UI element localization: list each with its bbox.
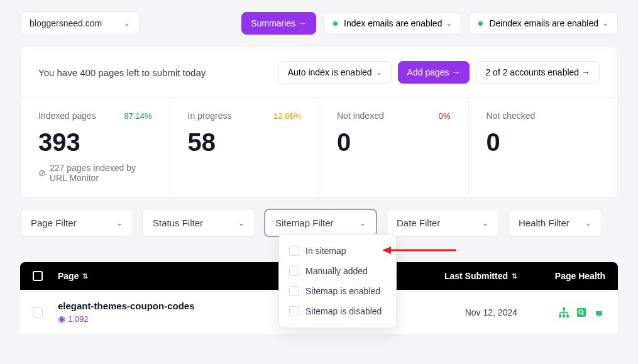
sitemap-icon [558, 306, 570, 319]
select-all-checkbox[interactable] [33, 271, 58, 281]
add-pages-button[interactable]: Add pages → [398, 61, 470, 84]
search-doc-icon [575, 306, 588, 319]
sitemap-filter[interactable]: Sitemap Filter ⌄ [264, 209, 377, 237]
checkbox-icon [289, 266, 299, 276]
sitemap-filter-dropdown: In sitemap Manually added Sitemap is ena… [278, 234, 397, 328]
stat-indexed: Indexed pages 87.14% 393 ⊘ 227 pages ind… [21, 98, 170, 197]
stat-label: Not indexed [337, 111, 384, 121]
chevron-down-icon: ⌄ [446, 19, 452, 28]
stat-label: In progress [188, 111, 232, 121]
column-page-health[interactable]: Page Health [530, 271, 605, 281]
chevron-down-icon: ⌄ [124, 19, 130, 28]
filter-option-sitemap-disabled[interactable]: Sitemap is disabled [279, 301, 396, 321]
domain-name: bloggersneed.com [30, 18, 102, 28]
stat-value: 0 [487, 128, 600, 157]
chevron-down-icon: ⌄ [238, 219, 245, 228]
stat-in-progress: In progress 12.86% 58 [170, 98, 320, 197]
chevron-down-icon: ⌄ [360, 219, 366, 228]
page-filter[interactable]: Page Filter ⌄ [20, 209, 133, 237]
row-checkbox[interactable] [33, 307, 58, 317]
status-dot-icon [478, 21, 483, 26]
checkbox-icon [289, 286, 299, 296]
pages-left-text: You have 400 pages left to submit today [38, 67, 206, 78]
svg-rect-3 [559, 315, 561, 317]
summaries-button[interactable]: Summaries → [241, 12, 316, 35]
stat-value: 58 [188, 128, 302, 157]
stat-not-indexed: Not indexed 0% 0 [319, 98, 469, 197]
cell-health [530, 306, 605, 319]
chevron-down-icon: ⌄ [585, 219, 591, 228]
svg-rect-4 [563, 315, 565, 317]
accounts-button[interactable]: 2 of 2 accounts enabled → [476, 61, 600, 84]
stats-row: Indexed pages 87.14% 393 ⊘ 227 pages ind… [20, 97, 618, 197]
date-filter[interactable]: Date Filter ⌄ [386, 209, 499, 237]
cell-page: elegant-themes-coupon-codes ◉ 1,092 [58, 301, 299, 324]
eye-icon: ◉ [58, 314, 65, 324]
filter-option-manually-added[interactable]: Manually added [279, 261, 396, 281]
svg-marker-1 [382, 246, 391, 254]
status-dot-icon [333, 21, 338, 26]
page-views: ◉ 1,092 [58, 314, 299, 324]
stat-percent: 87.14% [124, 111, 151, 121]
page-url: elegant-themes-coupon-codes [58, 301, 299, 311]
sort-icon: ⇅ [512, 272, 517, 280]
domain-selector[interactable]: bloggersneed.com ⌄ [20, 11, 140, 35]
chevron-down-icon: ⌄ [116, 219, 123, 228]
annotation-arrow-icon [382, 244, 458, 256]
top-bar: bloggersneed.com ⌄ Summaries → Index ema… [0, 0, 638, 47]
stat-not-checked: Not checked 0 [469, 98, 618, 197]
status-filter[interactable]: Status Filter ⌄ [142, 209, 255, 237]
stat-label: Not checked [487, 111, 536, 121]
stat-value: 0 [337, 128, 451, 157]
sort-icon: ⇅ [82, 272, 88, 280]
svg-rect-6 [577, 308, 586, 317]
check-circle-icon: ⊘ [38, 168, 46, 178]
auto-index-toggle[interactable]: Auto index is enabled ⌄ [278, 61, 392, 84]
svg-rect-5 [566, 315, 569, 317]
chevron-down-icon: ⌄ [482, 219, 488, 228]
submit-panel: You have 400 pages left to submit today … [20, 47, 618, 97]
filter-option-in-sitemap[interactable]: In sitemap [279, 241, 396, 261]
deindex-emails-toggle[interactable]: Deindex emails are enabled ⌄ [469, 12, 618, 35]
checkbox-icon [289, 306, 299, 316]
svg-rect-2 [563, 307, 565, 310]
filter-option-sitemap-enabled[interactable]: Sitemap is enabled [279, 281, 396, 301]
stat-value: 393 [38, 128, 152, 157]
chevron-down-icon: ⌄ [602, 19, 608, 28]
stat-subtext: ⊘ 227 pages indexed by URL Monitor [38, 163, 152, 183]
index-emails-toggle[interactable]: Index emails are enabled ⌄ [324, 12, 461, 35]
chevron-down-icon: ⌄ [376, 68, 382, 77]
stat-label: Indexed pages [38, 111, 96, 121]
stat-percent: 12.86% [273, 111, 301, 121]
stat-percent: 0% [439, 111, 451, 121]
plug-icon [593, 306, 605, 319]
health-filter[interactable]: Health Filter ⌄ [508, 209, 602, 237]
checkbox-icon [289, 246, 299, 256]
